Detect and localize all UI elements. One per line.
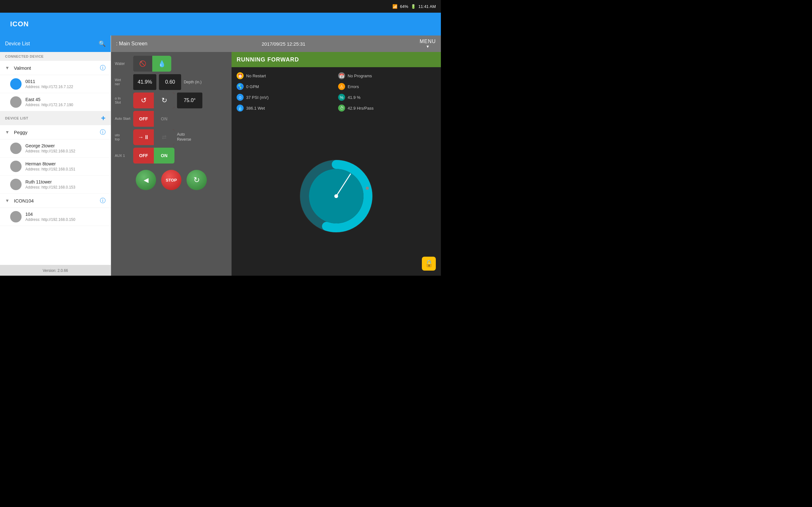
percent-icon: %	[338, 94, 345, 101]
lock-button[interactable]: 🔒	[422, 257, 436, 271]
info-icon-valmont[interactable]: ⓘ	[100, 64, 106, 72]
device-list-title: Device List	[5, 41, 30, 47]
status-psi: ⦶ 37 PSI (mV)	[237, 94, 334, 101]
water-toggle-left: 🚫	[133, 56, 152, 72]
reverse-icon: ↻	[161, 96, 167, 105]
auto-reverse-row: utotop →⏸ ⇄ AutoReverse	[115, 129, 228, 145]
device-info-ruth11tower: Ruth 11tower Address: http://192.168.0.1…	[26, 179, 106, 189]
device-item-east45[interactable]: East 45 Address: http://172.16.7.190	[0, 93, 111, 111]
running-header: RUNNING FORWARD	[232, 52, 441, 67]
device-name-104: 104	[26, 212, 106, 217]
depth-value-box: 0.60	[159, 74, 181, 90]
auto-start-toggle[interactable]: OFF ON	[133, 111, 174, 127]
temperature-value: 75.0°	[184, 98, 196, 103]
info-icon-icon104[interactable]: ⓘ	[100, 197, 106, 205]
auto-start-row: Auto Start OFF ON	[115, 111, 228, 127]
device-item-104[interactable]: 104 Address: http://192.168.0.150	[0, 208, 111, 226]
auto-start-off: OFF	[133, 111, 154, 127]
svg-point-6	[366, 187, 369, 190]
water-toggle[interactable]: 🚫 💧	[133, 56, 171, 72]
hrs-pass-text: 42.9 Hrs/Pass	[348, 106, 374, 111]
wet-label: Wetner	[115, 78, 131, 86]
group-name-icon104: ICON104	[14, 198, 100, 204]
search-icon[interactable]: 🔍	[99, 40, 106, 47]
device-info-104: 104 Address: http://192.168.0.150	[26, 212, 106, 222]
auto-reverse-label: utotop	[115, 133, 131, 141]
dir-forward: ↺	[133, 93, 154, 108]
camera-icon: 🚫	[139, 60, 146, 67]
errors-text: Errors	[348, 84, 359, 89]
group-valmont[interactable]: ▼ Valmont ⓘ	[0, 61, 111, 75]
pause-icon: ⇄	[162, 134, 166, 141]
device-avatar-george2tower	[10, 143, 21, 154]
group-icon104[interactable]: ▼ ICON104 ⓘ	[0, 193, 111, 208]
device-name-george2tower: George 2tower	[26, 143, 106, 148]
info-icon-peggy[interactable]: ⓘ	[100, 128, 106, 136]
dir-reverse: ↻	[154, 93, 174, 108]
lock-icon: 🔒	[425, 260, 433, 268]
app-title: ICON	[10, 20, 29, 28]
auto-reverse-stop: ⇄	[154, 129, 174, 145]
group-name-peggy: Peggy	[14, 130, 100, 135]
psi-text: 37 PSI (mV)	[246, 95, 269, 100]
menu-chevron-icon: ▼	[426, 44, 430, 49]
auto-reverse-toggle[interactable]: →⏸ ⇄	[133, 129, 174, 145]
auto-start-label: Auto Start	[115, 117, 131, 121]
main-screen: : Main Screen 2017/09/25 12:25:31 MENU ▼…	[111, 36, 441, 276]
add-device-button[interactable]: +	[101, 114, 106, 123]
running-text: RUNNING FORWARD	[237, 56, 299, 63]
device-item-herman8tower[interactable]: Herman 8tower Address: http://192.168.0.…	[0, 158, 111, 176]
device-item-0011[interactable]: 0011 Address: http://172.16.7.122	[0, 75, 111, 93]
errors-icon: ⚠	[338, 83, 345, 90]
auto-start-on: ON	[154, 111, 174, 127]
psi-icon: ⦶	[237, 94, 244, 101]
device-item-george2tower[interactable]: George 2tower Address: http://192.168.0.…	[0, 139, 111, 158]
screen-header: : Main Screen 2017/09/25 12:25:31 MENU ▼	[111, 36, 441, 52]
direction-toggle[interactable]: ↺ ↻	[133, 93, 174, 108]
device-item-ruth11tower[interactable]: Ruth 11tower Address: http://192.168.0.1…	[0, 176, 111, 193]
no-restart-icon: ⏰	[237, 72, 244, 79]
wet-percent-box: 41.9%	[133, 74, 156, 90]
version-text: Version: 2.0.66	[43, 268, 68, 273]
sidebar-scroll[interactable]: CONNECTED DEVICE ▼ Valmont ⓘ 0011 Addres…	[0, 52, 111, 265]
aux1-on: ON	[154, 148, 174, 164]
menu-button[interactable]: MENU ▼	[420, 39, 436, 49]
gpm-icon: 🌎	[237, 83, 244, 90]
no-programs-icon: 📅	[338, 72, 345, 79]
device-name-0011: 0011	[26, 79, 106, 84]
gauge-container: 🔒	[232, 117, 441, 276]
depth-value: 0.60	[165, 79, 175, 85]
arrow-right-icon: →⏸	[138, 134, 149, 141]
status-wet: 💧 386.1 Wet	[237, 105, 334, 112]
device-info-east45: East 45 Address: http://172.16.7.190	[26, 97, 106, 107]
aux1-row: AUX 1 OFF ON	[115, 148, 228, 164]
forward-btn-icon: ◀	[144, 176, 148, 184]
status-no-programs: 📅 No Programs	[338, 72, 436, 79]
device-info-george2tower: George 2tower Address: http://192.168.0.…	[26, 143, 106, 153]
device-address-herman8tower: Address: http://192.168.0.151	[26, 167, 106, 171]
chevron-icon: ▼	[5, 65, 9, 70]
device-address-ruth11tower: Address: http://192.168.0.153	[26, 185, 106, 189]
aux1-toggle[interactable]: OFF ON	[133, 148, 174, 164]
status-percent: % 41.9 %	[338, 94, 436, 101]
refresh-button[interactable]: ↻	[187, 170, 207, 190]
status-hrs-pass: ⏱ 42.9 Hrs/Pass	[338, 105, 436, 112]
group-peggy[interactable]: ▼ Peggy ⓘ	[0, 125, 111, 139]
gpm-text: 0 GPM	[246, 84, 259, 89]
screen-title: : Main Screen	[116, 41, 148, 47]
forward-button[interactable]: ◀	[136, 170, 156, 190]
device-address-east45: Address: http://172.16.7.190	[26, 103, 106, 107]
sidebar-header: Device List 🔍	[0, 36, 111, 52]
screen-datetime: 2017/09/25 12:25:31	[262, 41, 305, 47]
status-gpm: 🌎 0 GPM	[237, 83, 334, 90]
no-programs-text: No Programs	[348, 73, 372, 78]
device-name-ruth11tower: Ruth 11tower	[26, 179, 106, 184]
hrs-icon: ⏱	[338, 105, 345, 112]
water-drop-icon: 💧	[158, 60, 166, 67]
status-bar: 📶 64% 🔋 11:41 AM	[0, 0, 441, 13]
battery-icon: 🔋	[411, 4, 416, 9]
stop-button[interactable]: STOP	[161, 170, 182, 190]
forward-icon: ↺	[141, 96, 147, 105]
connected-device-header: CONNECTED DEVICE	[0, 52, 111, 61]
auto-reverse-text-label: AutoReverse	[177, 132, 191, 142]
